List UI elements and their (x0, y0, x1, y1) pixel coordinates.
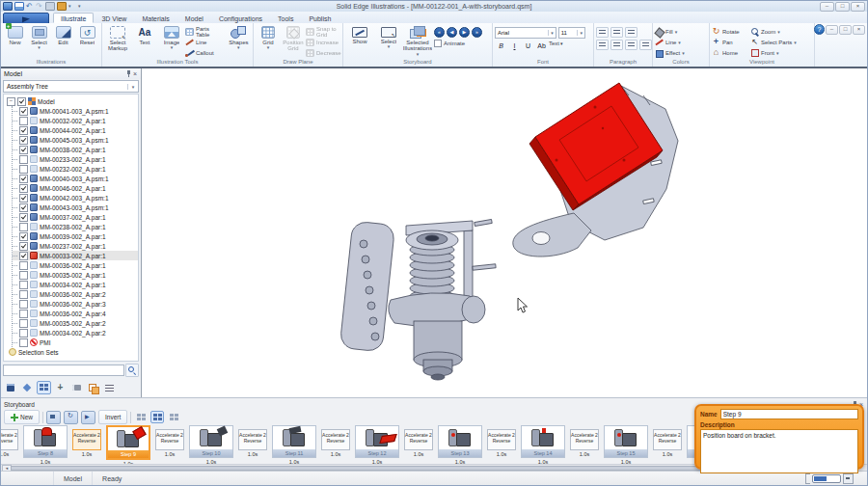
ribbon-small-button[interactable]: Parts Table (185, 27, 227, 36)
playback-button-icon[interactable]: » (472, 27, 482, 38)
hinge-assembly-part[interactable] (339, 219, 496, 380)
color-menu-button[interactable]: Line ▾ (655, 38, 685, 46)
bullet-list-icon[interactable] (596, 27, 609, 38)
playback-button-icon[interactable]: ▶ (459, 27, 470, 38)
tree-item[interactable]: MM-00036-002_A.par:1 (13, 260, 138, 270)
tree-item[interactable]: MM-00042-003_A.psm:1 (13, 193, 138, 202)
tree-item-checkbox[interactable] (19, 329, 28, 338)
camera-tab-icon[interactable] (69, 381, 84, 394)
align-justify-icon[interactable] (639, 40, 652, 50)
transition-card[interactable]: Accelerate 2 Reverse (570, 429, 599, 450)
ribbon-small-button[interactable]: Line (185, 38, 227, 46)
ribbon-button[interactable]: Edit ▾ (51, 24, 75, 59)
tree-item-checkbox[interactable] (19, 184, 28, 193)
tree-item[interactable]: MM-00043-003_A.psm:1 (13, 202, 138, 212)
playback-button-icon[interactable]: « (434, 27, 445, 38)
tree-item[interactable]: MM-00035-002_A.par:2 (13, 318, 138, 328)
move-tab-icon[interactable] (53, 381, 68, 394)
ribbon-button[interactable]: Select ▾ (27, 24, 51, 59)
tree-item[interactable]: MM-00041-003_A.psm:1 (13, 106, 138, 116)
tree-item-checkbox[interactable] (19, 242, 28, 251)
tree-item[interactable]: MM-00036-002_A.par:3 (13, 299, 138, 309)
shapes-button[interactable]: Shapes ▾ (227, 24, 251, 59)
ribbon-tab[interactable]: Configurations (211, 13, 270, 23)
tree-item[interactable]: MM-00040-003_A.psm:1 (13, 174, 138, 183)
copy-tab-icon[interactable] (86, 381, 100, 394)
tree-item[interactable]: MM-00038-002_A.par:1 (13, 145, 138, 154)
tree-item[interactable]: MM-00232-002_A.par:1 (13, 164, 138, 174)
ribbon-tab[interactable]: Materials (134, 13, 176, 23)
ribbon-tab[interactable]: 3D View (94, 13, 134, 23)
tree-item-checkbox[interactable] (19, 223, 28, 231)
invert-button[interactable]: Invert (98, 410, 127, 424)
transition-card[interactable]: Accelerate 2 Reverse (404, 429, 433, 450)
tree-item-checkbox[interactable] (19, 146, 28, 154)
tree-item-checkbox[interactable] (19, 175, 28, 183)
storyboard-step[interactable]: Step 13 (438, 425, 482, 458)
viewpoint-button[interactable]: Front ▾ (750, 48, 804, 57)
transition-card[interactable]: Accelerate 2 Reverse (155, 429, 184, 450)
tree-item[interactable]: MM-00032-002_A.par:1 (13, 116, 138, 125)
transition-card[interactable]: Accelerate 2 Reverse (653, 429, 682, 450)
doc-close-button[interactable]: × (853, 25, 865, 35)
align-left-icon[interactable] (596, 40, 609, 50)
tree-item[interactable]: MM-00238-002_A.par:1 (13, 222, 138, 231)
tree-item[interactable]: PMI (13, 338, 138, 347)
tree-item-checkbox[interactable] (19, 232, 28, 241)
tree-item-checkbox[interactable] (19, 252, 28, 260)
preview-step-icon[interactable] (81, 411, 95, 424)
small-thumbnails-icon[interactable] (134, 411, 148, 423)
ribbon-button[interactable]: New ▾ (3, 24, 27, 59)
storyboard-step[interactable]: Step 8 (23, 425, 68, 458)
tree-item-checkbox[interactable] (19, 194, 28, 202)
tree-item[interactable]: MM-00046-002_A.par:1 (13, 183, 138, 193)
tree-item-checkbox[interactable] (17, 97, 26, 106)
update-step-icon[interactable] (64, 411, 78, 424)
ribbon-tab[interactable]: Publish (301, 13, 339, 23)
tree-item-checkbox[interactable] (19, 310, 28, 318)
animate-checkbox-row[interactable]: Animate (432, 40, 482, 47)
viewpoint-button[interactable]: Rotate (712, 27, 750, 36)
tree-item-checkbox[interactable] (19, 281, 28, 289)
tree-item[interactable]: MM-00037-002_A.par:1 (13, 212, 138, 222)
tree-item[interactable]: MM-00035-002_A.par:1 (13, 270, 138, 280)
ribbon-button[interactable]: Reset ▾ (75, 24, 99, 59)
tree-item-checkbox[interactable] (19, 338, 28, 347)
tree-item-checkbox[interactable] (19, 117, 28, 125)
font-style-button[interactable]: Ab (535, 40, 548, 51)
tree-item[interactable]: MM-00033-002_A.par:1 (13, 251, 138, 260)
ribbon-button[interactable]: Select ▾ (374, 24, 403, 59)
ribbon-tab[interactable]: Tools (270, 13, 301, 23)
storyboard-step[interactable]: Step 9 (106, 425, 150, 460)
transition-card[interactable]: Accelerate 2 Reverse (487, 429, 516, 450)
model-viewport[interactable] (142, 68, 867, 397)
ribbon-button[interactable]: Show ▾ (345, 24, 374, 59)
ribbon-small-button[interactable]: Callout (185, 48, 227, 57)
slider-button[interactable] (843, 473, 854, 484)
align-center-icon[interactable] (610, 40, 623, 50)
ribbon-small-button[interactable]: Increase (306, 38, 340, 46)
slider-track[interactable] (812, 474, 841, 483)
minimize-button[interactable]: – (820, 2, 834, 12)
tree-view-selector[interactable]: Assembly Tree ▾ (3, 80, 139, 93)
indent-decrease-icon[interactable] (610, 27, 623, 38)
sort-tab-icon[interactable] (102, 381, 117, 394)
viewpoint-button[interactable]: Zoom ▾ (750, 27, 804, 36)
help-icon[interactable]: ? (814, 24, 825, 35)
large-thumbnails-icon[interactable] (150, 411, 164, 423)
align-right-icon[interactable] (625, 40, 637, 50)
collapse-icon[interactable]: − (7, 97, 15, 106)
tree-root[interactable]: − Model (7, 96, 138, 106)
tag-tab-icon[interactable] (20, 381, 35, 394)
ribbon-button[interactable]: Position Grid ▾ (281, 24, 306, 59)
tree-item-checkbox[interactable] (19, 136, 28, 145)
tree-item[interactable]: MM-00233-002_A.par:1 (13, 154, 138, 164)
storyboard-step[interactable]: Step 14 (521, 425, 565, 458)
tree-item-checkbox[interactable] (19, 300, 28, 309)
font-size-select[interactable]: 11 ▾ (558, 27, 585, 39)
ribbon-button[interactable]: Select Markup ▾ (104, 24, 131, 59)
pin-icon[interactable] (125, 70, 132, 77)
tree-search-input[interactable] (3, 364, 124, 376)
model-tree-tab-icon[interactable] (37, 381, 51, 394)
transition-card[interactable]: Accelerate 2 Reverse (321, 429, 350, 450)
